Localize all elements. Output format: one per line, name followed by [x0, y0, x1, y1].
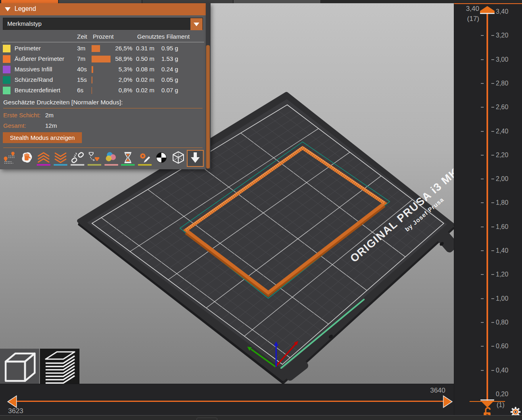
column-header-percent: Prozent [93, 33, 114, 40]
feature-time: 6s [77, 87, 84, 94]
tick-label: 1,00 [496, 295, 516, 303]
tick-mark [491, 179, 494, 179]
feature-percent: 58,9% [109, 55, 132, 62]
tick-mark [481, 370, 484, 371]
feature-time: 15s [77, 76, 87, 83]
retractions-icon[interactable] [35, 150, 52, 167]
move-slider-right-handle[interactable] [442, 395, 453, 409]
total-time-value: 12m [45, 122, 57, 129]
tick-label: 0,60 [496, 342, 516, 350]
filament-length: 0.50 m [136, 55, 155, 62]
table-header-divider [2, 42, 204, 42]
tick-mark [491, 107, 494, 108]
tick-mark [491, 202, 494, 203]
legend-row: Perimeter3m26,5%0.31 m0.95 g [0, 44, 206, 54]
first-layer-value: 2m [45, 112, 54, 119]
filament-weight: 0.07 g [161, 87, 178, 94]
collapse-triangle-icon [5, 7, 10, 11]
legend-row: Massives Infill40s5,3%0.08 m0.24 g [0, 64, 206, 75]
move-slider-left-handle[interactable] [6, 395, 18, 409]
custom-gcodes-icon[interactable] [136, 150, 153, 167]
layers-stack-icon [40, 349, 79, 386]
pause-prints-icon[interactable] [119, 150, 136, 167]
window-tab-strip [0, 0, 522, 3]
legend-scrollbar[interactable] [206, 3, 211, 169]
tick-label: 1,80 [496, 199, 516, 207]
percent-bar [92, 66, 93, 73]
center-of-gravity-icon[interactable] [153, 150, 170, 167]
tick-label: 0,20 [496, 390, 516, 398]
travels-icon[interactable] [1, 150, 18, 167]
filament-length: 0.02 m [136, 76, 155, 83]
move-slider-current-value: 3623 [8, 407, 23, 415]
tick-mark [481, 227, 484, 227]
tick-label: 1,60 [496, 223, 516, 231]
window-tab-active[interactable] [1, 0, 58, 3]
tick-mark [481, 274, 484, 275]
cube-3d-icon [0, 349, 39, 386]
color-swatch [3, 76, 10, 84]
legend-scrollbar-thumb[interactable] [206, 45, 210, 168]
legend-options-toolbar [0, 150, 206, 168]
filament-length: 0.02 m [136, 87, 155, 94]
move-slider-max-value: 3640 [411, 387, 445, 395]
wipe-icon[interactable] [18, 150, 35, 167]
column-header-filament: Genutztes Filament [137, 33, 190, 40]
tick-label: 2,20 [496, 151, 516, 159]
tick-mark [491, 155, 494, 156]
tool-marker-icon[interactable] [187, 150, 204, 167]
deretractions-icon[interactable] [52, 150, 69, 167]
tick-mark [481, 179, 484, 179]
first-layer-label: Erste Schicht: [3, 112, 41, 119]
shells-icon[interactable] [170, 150, 187, 167]
tick-mark [491, 346, 494, 347]
tick-mark [491, 131, 494, 132]
layer-slider-top-handle[interactable] [479, 5, 495, 14]
stealth-mode-button[interactable]: Stealth Modus anzeigen [3, 132, 82, 143]
preview-layers-view-button[interactable] [40, 349, 79, 386]
feature-percent: 2,0% [109, 76, 132, 83]
tick-mark [491, 227, 494, 227]
window-tab[interactable] [59, 0, 142, 3]
3d-editor-view-button[interactable] [0, 349, 39, 386]
seams-icon[interactable] [69, 150, 86, 167]
total-time-label: Gesamt: [3, 122, 26, 129]
legend-row: Benutzerdefiniert6s0,8%0.02 m0.07 g [0, 85, 206, 96]
layer-slider-track[interactable] [487, 13, 488, 401]
view-type-value: Merkmalstyp [7, 20, 42, 27]
color-swatch [3, 45, 10, 52]
legend-panel: Legend Merkmalstyp Zeit Prozent Genutzte… [0, 3, 206, 169]
tick-label: 1,20 [496, 270, 516, 279]
bottom-layer-number: (1) [497, 401, 505, 409]
color-swatch [3, 87, 10, 94]
tick-label: 2,00 [496, 175, 516, 183]
feature-label: Perimeter [15, 45, 41, 52]
filament-weight: 0.05 g [161, 76, 178, 83]
feature-percent: 26,5% [109, 45, 132, 52]
filament-length: 0.08 m [136, 66, 155, 73]
window-tab[interactable] [142, 0, 233, 3]
tool-changes-icon[interactable] [86, 150, 103, 167]
window-tab[interactable] [234, 0, 320, 3]
tick-label: 2,80 [496, 79, 516, 87]
tick-mark [491, 370, 494, 371]
percent-bar [92, 56, 111, 62]
view-type-dropdown[interactable]: Merkmalstyp [3, 18, 203, 30]
current-layer-number: (17) [461, 15, 479, 23]
tick-mark [481, 107, 484, 108]
tick-mark [491, 274, 494, 275]
legend-row: Schürze/Rand15s2,0%0.02 m0.05 g [0, 75, 206, 85]
percent-bar [92, 87, 92, 94]
legend-header[interactable]: Legend [0, 3, 206, 15]
legend-title: Legend [15, 5, 36, 12]
tick-mark [481, 298, 484, 299]
dropdown-button[interactable] [190, 18, 203, 30]
move-slider-track[interactable] [15, 401, 445, 402]
tick-label: 1,40 [496, 247, 516, 255]
filament-length: 0.31 m [136, 45, 155, 52]
feature-percent: 0,8% [109, 87, 132, 94]
tick-label: 2,40 [496, 127, 516, 135]
color-changes-icon[interactable] [103, 150, 120, 167]
tick-mark [491, 322, 494, 323]
tick-mark [481, 35, 484, 36]
